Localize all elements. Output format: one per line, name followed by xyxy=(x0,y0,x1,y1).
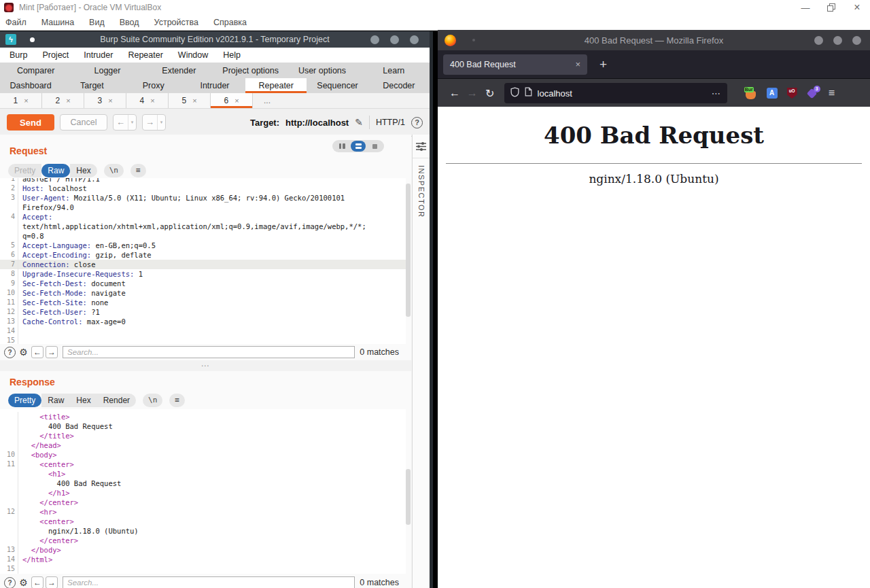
repeater-tab-1[interactable]: 1× xyxy=(0,93,42,108)
request-line[interactable]: 15 xyxy=(0,336,406,344)
search-help-icon[interactable]: ? xyxy=(4,577,16,588)
repeater-tab-3[interactable]: 3× xyxy=(84,93,126,108)
new-tab-button[interactable]: + xyxy=(599,57,607,72)
burp-tab-proxy[interactable]: Proxy xyxy=(123,78,184,93)
close-tab-icon[interactable]: × xyxy=(150,97,154,105)
burp-tab-target[interactable]: Target xyxy=(61,78,122,93)
request-line[interactable]: 13Cache-Control: max-age=0 xyxy=(0,317,406,326)
close-tab-icon[interactable]: × xyxy=(234,97,239,105)
response-tab-hex[interactable]: Hex xyxy=(70,394,97,407)
history-forward-icon[interactable]: → xyxy=(143,115,158,130)
burp-menu-item-burp[interactable]: Burp xyxy=(10,50,27,60)
request-line[interactable]: 9Sec-Fetch-Dest: document xyxy=(0,279,406,288)
search-prev-button[interactable]: ← xyxy=(31,576,44,588)
response-line[interactable]: </title> xyxy=(0,431,406,440)
request-line[interactable]: 2Host: localhost xyxy=(0,184,406,193)
host-menu-item-машина[interactable]: Машина xyxy=(41,18,74,27)
response-tab-render[interactable]: Render xyxy=(97,394,136,407)
request-tab-hex[interactable]: Hex xyxy=(70,164,97,177)
host-menu-item-ввод[interactable]: Ввод xyxy=(120,18,139,27)
burp-tab-project-options[interactable]: Project options xyxy=(215,63,286,78)
request-line[interactable]: 8Upgrade-Insecure-Requests: 1 xyxy=(0,269,406,279)
request-line[interactable]: text/html,application/xhtml+xml,applicat… xyxy=(0,222,406,231)
response-line[interactable]: <center> xyxy=(0,517,406,526)
burp-menu-item-intruder[interactable]: Intruder xyxy=(84,50,113,60)
response-tab-pretty[interactable]: Pretty xyxy=(8,394,41,407)
host-menu-item-вид[interactable]: Вид xyxy=(89,18,105,27)
hamburger-menu-icon[interactable]: ≡ xyxy=(829,87,835,99)
burp-tab-dashboard[interactable]: Dashboard xyxy=(0,78,61,93)
burp-menu-item-help[interactable]: Help xyxy=(223,50,241,60)
inspector-filter-icon[interactable] xyxy=(413,135,430,158)
close-tab-icon[interactable]: × xyxy=(192,97,196,105)
request-line[interactable]: 7Connection: close xyxy=(0,260,406,269)
request-line[interactable]: q=0.8 xyxy=(0,231,406,241)
response-line[interactable]: <h1> xyxy=(0,469,406,479)
burp-tab-learn[interactable]: Learn xyxy=(358,63,430,78)
burp-menu-item-window[interactable]: Window xyxy=(178,50,208,60)
response-line[interactable]: </center> xyxy=(0,498,406,507)
request-line[interactable]: 1adsfGET / HTTP/1.1 xyxy=(0,178,406,184)
response-line[interactable]: nginx/1.18.0 (Ubuntu) xyxy=(0,526,406,536)
response-line[interactable]: 10 <body> xyxy=(0,450,406,460)
shield-icon[interactable] xyxy=(510,87,519,100)
response-code[interactable]: <title> 400 Bad Request </title> </head>… xyxy=(0,409,406,574)
search-help-icon[interactable]: ? xyxy=(4,347,16,358)
forward-button[interactable]: → xyxy=(464,87,481,99)
search-prev-button[interactable]: ← xyxy=(31,346,44,358)
reload-button[interactable]: ↻ xyxy=(481,87,499,100)
request-line[interactable]: Firefox/94.0 xyxy=(0,203,406,212)
request-line[interactable]: 4Accept: xyxy=(0,212,406,222)
request-scrollbar[interactable] xyxy=(406,184,411,317)
minimize-button[interactable]: — xyxy=(793,0,818,15)
url-bar[interactable]: localhost ⋯ xyxy=(504,83,727,103)
response-tab-raw[interactable]: Raw xyxy=(41,394,70,407)
response-search-input[interactable] xyxy=(63,576,355,588)
close-tab-icon[interactable]: × xyxy=(66,97,70,105)
request-line[interactable]: 12Sec-Fetch-User: ?1 xyxy=(0,307,406,317)
back-history-button[interactable]: ← ▾ xyxy=(113,114,137,131)
single-layout-button[interactable] xyxy=(367,141,382,152)
back-button[interactable]: ← xyxy=(446,87,464,99)
response-line[interactable]: 400 Bad Request xyxy=(0,479,406,488)
newline-toggle-button[interactable]: \n xyxy=(143,394,162,407)
response-line[interactable]: </center> xyxy=(0,536,406,545)
request-line[interactable]: 5Accept-Language: en-GB,en;q=0.5 xyxy=(0,241,406,250)
request-code[interactable]: 1adsfGET / HTTP/1.12Host: localhost3User… xyxy=(0,178,406,344)
request-search-input[interactable] xyxy=(63,346,355,358)
close-tab-icon[interactable]: × xyxy=(108,97,112,105)
search-next-button[interactable]: → xyxy=(46,576,58,588)
burp-tab-decoder[interactable]: Decoder xyxy=(368,78,430,93)
response-line[interactable]: 13 </body> xyxy=(0,545,406,555)
repeater-tab-6[interactable]: 6× xyxy=(211,93,253,108)
translate-extension-icon[interactable]: A xyxy=(767,88,778,99)
response-line[interactable]: </head> xyxy=(0,440,406,450)
ublock-extension-icon[interactable]: uO xyxy=(787,88,797,99)
request-tab-pretty[interactable]: Pretty xyxy=(8,164,41,177)
inspector-sidebar[interactable]: INSPECTOR xyxy=(412,135,430,588)
page-info-icon[interactable] xyxy=(525,87,532,99)
host-menu-item-справка[interactable]: Справка xyxy=(213,18,247,27)
response-line[interactable]: <title> xyxy=(0,412,406,421)
url-text[interactable]: localhost xyxy=(538,88,572,99)
response-line[interactable]: </h1> xyxy=(0,488,406,498)
host-menu-item-файл[interactable]: Файл xyxy=(5,18,27,27)
burp-menu-item-project[interactable]: Project xyxy=(42,50,69,60)
help-icon[interactable]: ? xyxy=(411,117,423,128)
repeater-tab-...[interactable]: ... xyxy=(253,93,281,108)
response-line[interactable]: 12 <hr> xyxy=(0,507,406,517)
request-line[interactable]: 11Sec-Fetch-Site: none xyxy=(0,298,406,307)
response-line[interactable]: 400 Bad Request xyxy=(0,421,406,431)
caret-down-icon[interactable]: ▾ xyxy=(158,115,165,130)
foxyproxy-extension-icon[interactable]: Bur xyxy=(745,88,757,99)
request-line[interactable]: 14 xyxy=(0,326,406,336)
newline-toggle-button[interactable]: \n xyxy=(104,164,124,177)
repeater-tab-2[interactable]: 2× xyxy=(42,93,84,108)
response-line[interactable]: 14</html> xyxy=(0,555,406,564)
burp-menu-item-repeater[interactable]: Repeater xyxy=(128,50,162,60)
edit-target-icon[interactable]: ✎ xyxy=(355,117,363,128)
request-line[interactable]: 10Sec-Fetch-Mode: navigate xyxy=(0,288,406,298)
request-line[interactable]: 6Accept-Encoding: gzip, deflate xyxy=(0,250,406,260)
close-tab-icon[interactable]: × xyxy=(24,97,28,105)
send-button[interactable]: Send xyxy=(7,114,54,131)
